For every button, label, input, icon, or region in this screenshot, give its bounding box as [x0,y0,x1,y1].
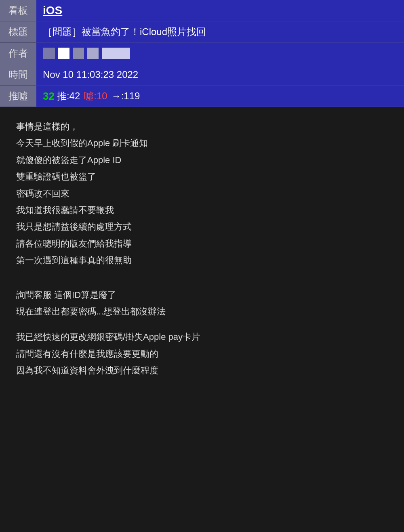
content-line [16,320,388,329]
content-line: 就傻傻的被盜走了Apple ID [16,153,388,168]
content-line: 因為我不知道資料會外洩到什麼程度 [16,363,388,378]
post-content: 事情是這樣的，今天早上收到假的Apple 刷卡通知就傻傻的被盜走了Apple I… [0,107,404,392]
time-text: Nov 10 11:03:23 2022 [43,69,138,80]
content-line: 請各位聰明的版友們給我指導 [16,236,388,251]
vote-push: 推:42 [57,90,80,103]
time-row: 時間 Nov 10 11:03:23 2022 [0,64,404,86]
content-line: 請問還有沒有什麼是我應該要更動的 [16,346,388,361]
time-label: 時間 [0,64,36,86]
content-line: 現在連登出都要密碼...想登出都沒辦法 [16,304,388,319]
title-value: ［問題］被當魚釣了！iCloud照片找回 [36,21,404,43]
content-line: 今天早上收到假的Apple 刷卡通知 [16,136,388,151]
content-line: 雙重驗證碼也被盜了 [16,169,388,184]
vote-boo: 噓:10 [84,90,107,103]
author-avatar-block4 [87,48,99,59]
post-header: 看板 iOS 標題 ［問題］被當魚釣了！iCloud照片找回 作者 時間 Nov… [0,0,404,107]
vote-score: 32 [43,90,55,103]
time-value: Nov 10 11:03:23 2022 [36,64,404,86]
votes-label: 推噓 [0,86,36,107]
author-avatar-block3 [73,48,84,59]
title-row: 標題 ［問題］被當魚釣了！iCloud照片找回 [0,21,404,43]
author-avatar-block2 [58,48,69,59]
board-link[interactable]: iOS [43,4,62,17]
votes-row: 推噓 32 推:42 噓:10 →:119 [0,86,404,107]
content-line: 詢問客服 這個ID算是廢了 [16,287,388,302]
vote-push-label: 推: [57,90,69,101]
author-row: 作者 [0,43,404,64]
content-line: 我只是想請益後續的處理方式 [16,219,388,234]
author-label: 作者 [0,43,36,64]
content-line [16,270,388,279]
board-row: 看板 iOS [0,0,404,21]
content-line: 我已經快速的更改網銀密碼/掛失Apple pay卡片 [16,329,388,344]
title-label: 標題 [0,21,36,43]
board-label: 看板 [0,0,36,21]
vote-boo-count: 10 [97,90,107,101]
votes-value: 32 推:42 噓:10 →:119 [36,86,404,107]
content-line: 第一次遇到這種事真的很無助 [16,253,388,268]
content-line: 密碼改不回來 [16,186,388,201]
vote-arrow: →:119 [112,90,140,102]
content-line: 事情是這樣的， [16,119,388,134]
vote-arrow-count: 119 [124,90,140,101]
vote-arrow-label: →: [112,90,124,101]
author-avatar-block5 [102,48,130,59]
author-avatar-block1 [43,48,55,59]
vote-push-count: 42 [69,90,80,101]
vote-boo-label: 噓: [84,90,97,101]
content-line: 我知道我很蠢請不要鞭我 [16,203,388,218]
content-line [16,279,388,287]
board-value: iOS [36,0,404,21]
author-value [36,43,404,64]
title-text: ［問題］被當魚釣了！iCloud照片找回 [43,25,206,38]
